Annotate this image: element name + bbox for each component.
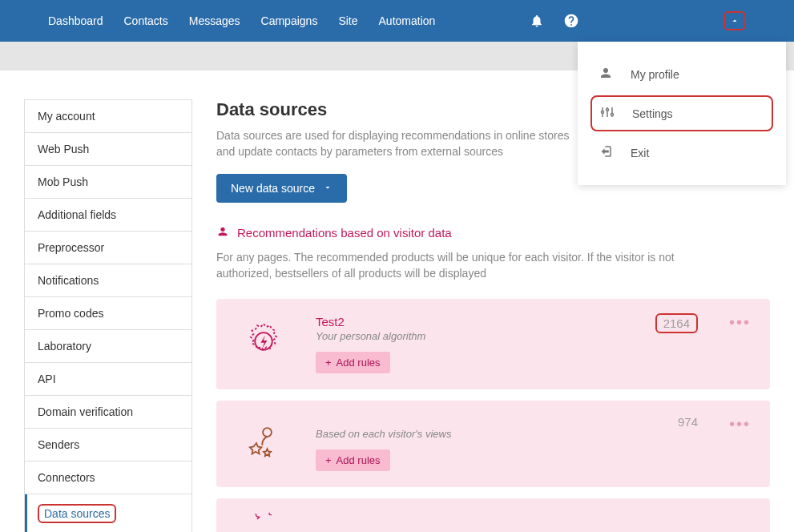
profile-menu-label: Exit — [631, 147, 649, 159]
card-menu-icon[interactable]: ••• — [729, 415, 751, 433]
bell-icon[interactable] — [530, 14, 544, 28]
sidebar: My account Web Push Mob Push Additional … — [24, 99, 192, 532]
new-data-source-button[interactable]: New data source — [216, 174, 347, 203]
lightning-badge-icon — [236, 315, 292, 363]
sidebar-item-additional-fields[interactable]: Additional fields — [25, 199, 191, 232]
add-rules-button[interactable]: + Add rules — [316, 352, 390, 373]
profile-menu-my-profile[interactable]: My profile — [578, 56, 786, 92]
button-label: New data source — [231, 182, 315, 195]
top-nav: Dashboard Contacts Messages Campaigns Si… — [0, 0, 794, 42]
sliders-icon — [600, 105, 615, 122]
recommendation-card: Test2 Your personal algorithm + Add rule… — [216, 299, 770, 389]
button-label: Add rules — [337, 357, 381, 369]
sidebar-item-label: Data sources — [38, 504, 116, 523]
nav-dashboard[interactable]: Dashboard — [48, 14, 103, 27]
sidebar-item-connectors[interactable]: Connectors — [25, 461, 191, 494]
profile-menu-settings[interactable]: Settings — [590, 95, 773, 131]
star-person-icon — [236, 417, 292, 465]
person-icon — [216, 225, 229, 240]
profile-chevron-icon[interactable] — [723, 11, 746, 30]
plus-icon: + — [325, 454, 332, 466]
section-heading-text: Recommendations based on visitor data — [237, 226, 452, 240]
sidebar-item-senders[interactable]: Senders — [25, 429, 191, 461]
chevron-down-icon — [323, 182, 333, 195]
card-count: 974 — [678, 415, 698, 429]
sidebar-item-promo-codes[interactable]: Promo codes — [25, 297, 191, 330]
card-menu-icon[interactable]: ••• — [729, 313, 751, 332]
sidebar-item-laboratory[interactable]: Laboratory — [25, 330, 191, 363]
nav-automation[interactable]: Automation — [379, 14, 436, 27]
sidebar-item-preprocessor[interactable]: Preprocessor — [25, 232, 191, 264]
card-subtitle: Based on each visitor's views — [316, 428, 751, 440]
nav-messages[interactable]: Messages — [189, 14, 240, 27]
profile-menu: My profile Settings Exit — [578, 42, 786, 185]
recommendation-card: Based on each visitor's views + Add rule… — [216, 401, 770, 487]
sidebar-item-data-sources[interactable]: Data sources — [25, 494, 191, 532]
person-icon — [599, 66, 613, 83]
profile-menu-label: My profile — [631, 68, 679, 81]
top-nav-links: Dashboard Contacts Messages Campaigns Si… — [48, 14, 530, 27]
nav-contacts[interactable]: Contacts — [124, 14, 168, 27]
sidebar-item-mob-push[interactable]: Mob Push — [25, 166, 191, 199]
card-partial-icon — [236, 506, 292, 527]
nav-campaigns[interactable]: Campaigns — [261, 14, 318, 27]
sidebar-item-web-push[interactable]: Web Push — [25, 133, 191, 166]
help-icon[interactable] — [563, 13, 579, 29]
plus-icon: + — [325, 357, 332, 369]
top-nav-icons — [530, 13, 579, 29]
add-rules-button[interactable]: + Add rules — [316, 449, 390, 471]
sidebar-item-domain-verification[interactable]: Domain verification — [25, 396, 191, 429]
section-heading: Recommendations based on visitor data — [216, 225, 770, 240]
profile-menu-label: Settings — [632, 107, 673, 120]
sidebar-item-my-account[interactable]: My account — [25, 100, 191, 133]
recommendation-card — [216, 498, 770, 532]
card-count: 2164 — [655, 313, 698, 333]
svg-point-1 — [263, 428, 272, 437]
nav-site[interactable]: Site — [338, 14, 357, 27]
section-description: For any pages. The recommended products … — [216, 250, 729, 281]
button-label: Add rules — [337, 454, 381, 466]
exit-icon — [599, 144, 613, 161]
sidebar-item-notifications[interactable]: Notifications — [25, 264, 191, 297]
profile-menu-exit[interactable]: Exit — [578, 135, 786, 171]
page-description: Data sources are used for displaying rec… — [216, 128, 585, 159]
sidebar-item-api[interactable]: API — [25, 363, 191, 396]
